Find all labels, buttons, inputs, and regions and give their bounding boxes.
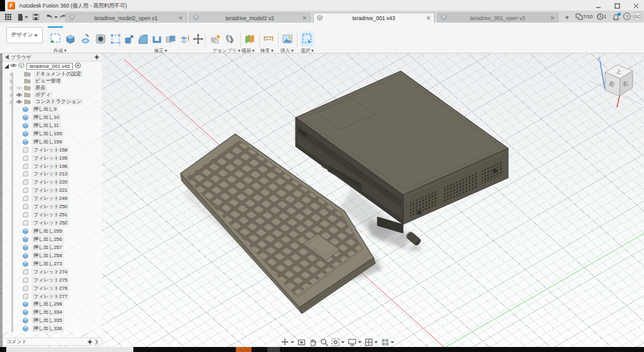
press-pull-icon[interactable]: [122, 31, 136, 47]
feature-row[interactable]: フィレット251: [3, 211, 102, 219]
extension-quota-badge[interactable]: 7/10: [575, 13, 593, 20]
feature-row[interactable]: 押し出し273: [3, 260, 102, 268]
tab-close-icon[interactable]: ✕: [175, 15, 183, 21]
feature-row[interactable]: 押し出し10: [3, 113, 102, 121]
ribbon-tab[interactable]: [108, 23, 123, 28]
browser-tree-row[interactable]: ▷ 原点: [3, 84, 102, 91]
ribbon-tab[interactable]: [63, 23, 78, 28]
undo-icon[interactable]: [45, 13, 58, 21]
browser-tree-row[interactable]: ▷ ビュー管理: [3, 77, 102, 84]
feature-row[interactable]: フィレット275: [3, 276, 102, 284]
viewports-icon[interactable]: [381, 338, 394, 346]
feature-row[interactable]: フィレット250: [3, 202, 102, 211]
display-settings-icon[interactable]: [348, 338, 362, 346]
create-sketch-icon[interactable]: [48, 31, 63, 47]
ribbon-tab[interactable]: [123, 23, 138, 28]
maximize-button[interactable]: [609, 0, 625, 11]
feature-row[interactable]: フィレット158: [3, 146, 102, 154]
browser-tree-row[interactable]: ▷ ボディ: [3, 91, 102, 98]
feature-row[interactable]: フィレット195: [3, 154, 102, 162]
joint-icon[interactable]: [223, 31, 236, 47]
new-component-icon[interactable]: [209, 31, 223, 47]
feature-row[interactable]: フィレット276: [3, 284, 102, 292]
feature-row[interactable]: 押し出し298: [3, 300, 102, 309]
feature-row[interactable]: 押し出し258: [3, 251, 102, 260]
visibility-eye-icon[interactable]: [15, 79, 23, 84]
help-icon[interactable]: ?: [623, 13, 631, 20]
ribbon-tab[interactable]: [78, 23, 93, 28]
move-copy-icon[interactable]: [191, 31, 205, 47]
taskbar-window-segment[interactable]: [6, 347, 133, 352]
shell-icon[interactable]: [150, 31, 164, 47]
minimize-button[interactable]: [590, 0, 606, 11]
root-component-name[interactable]: teradrive_001 v43: [26, 63, 73, 70]
select-icon[interactable]: [301, 31, 314, 47]
feature-row[interactable]: 押し出し9: [3, 105, 102, 113]
visibility-eye-icon[interactable]: [15, 92, 23, 97]
feature-row[interactable]: 押し出し335: [3, 316, 102, 324]
feature-row[interactable]: フィレット221: [3, 186, 102, 194]
tab-close-icon[interactable]: ✕: [547, 15, 555, 21]
feature-row[interactable]: フィレット274: [3, 268, 102, 276]
feature-row[interactable]: 押し出し257: [3, 243, 102, 251]
ribbon-tab[interactable]: [93, 23, 108, 28]
feature-row[interactable]: フィレット220: [3, 178, 102, 186]
feature-row[interactable]: フィレット252: [3, 219, 102, 227]
feature-row[interactable]: 押し出し156: [3, 138, 102, 146]
revolve-icon[interactable]: [78, 31, 93, 47]
comments-bar[interactable]: コメント: [3, 338, 102, 346]
measure-icon[interactable]: [262, 31, 275, 47]
feature-row[interactable]: 押し出し334: [3, 308, 102, 316]
free-orbit-icon[interactable]: [280, 338, 294, 346]
visibility-eye-icon[interactable]: [15, 72, 23, 77]
feature-row[interactable]: フィレット277: [3, 292, 102, 300]
zoom-icon[interactable]: [320, 338, 328, 346]
browser-header[interactable]: ブラウザ: [3, 53, 102, 62]
feature-row[interactable]: 押し出し255: [3, 227, 102, 235]
insert-image-icon[interactable]: [280, 31, 294, 47]
expand-arrow-icon[interactable]: [95, 339, 98, 344]
visibility-eye-icon[interactable]: [10, 63, 17, 69]
tab-close-icon[interactable]: ✕: [299, 15, 307, 21]
file-icon[interactable]: [18, 13, 28, 21]
comment-gear-icon[interactable]: [87, 339, 92, 344]
ribbon-tab[interactable]: [48, 23, 63, 28]
browser-root-component[interactable]: teradrive_001 v43: [3, 62, 102, 70]
offset-face-icon[interactable]: [177, 31, 191, 47]
document-tab[interactable]: teradrive_001_open v3 ✕: [437, 13, 558, 23]
workspace-selector[interactable]: デザイン: [6, 27, 43, 43]
tab-close-icon[interactable]: ✕: [423, 15, 431, 21]
grid-settings-icon[interactable]: [365, 338, 378, 346]
account-avatar[interactable]: GC: [633, 12, 641, 21]
view-cube[interactable]: Z 上 前 右: [590, 55, 643, 113]
3d-viewport[interactable]: Z 上 前 右 ブラウザ: [0, 53, 644, 347]
document-tab[interactable]: teradrive_001 v43 ✕: [313, 13, 435, 23]
hole-icon[interactable]: [93, 31, 108, 47]
pan-icon[interactable]: [309, 338, 317, 346]
fit-icon[interactable]: [331, 338, 345, 346]
extrude-icon[interactable]: [63, 31, 78, 47]
feature-row[interactable]: フィレット213: [3, 170, 102, 179]
activate-radio-icon[interactable]: [75, 62, 81, 70]
feature-row[interactable]: フィレット249: [3, 194, 102, 202]
look-at-icon[interactable]: [297, 338, 306, 346]
feature-row[interactable]: 押し出し155: [3, 129, 102, 138]
job-status-badge[interactable]: 1: [597, 13, 606, 20]
app-grid-icon[interactable]: [5, 13, 11, 21]
feature-row[interactable]: 押し出し256: [3, 235, 102, 243]
browser-tree-row[interactable]: ▷ コンストラクション: [3, 98, 102, 105]
feature-row[interactable]: 押し出し11: [3, 121, 102, 129]
fillet-icon[interactable]: [136, 31, 150, 47]
document-tab[interactable]: teradrive_model2_open v1 ✕: [65, 13, 187, 23]
construction-plane-icon[interactable]: [243, 31, 257, 47]
pattern-icon[interactable]: [108, 31, 123, 47]
feature-row[interactable]: 押し出し336: [3, 324, 102, 333]
feature-row[interactable]: フィレット196: [3, 162, 102, 170]
combine-icon[interactable]: [164, 31, 177, 47]
visibility-eye-icon[interactable]: [15, 85, 23, 91]
new-tab-button[interactable]: +: [565, 13, 569, 22]
panel-gear-icon[interactable]: [94, 55, 99, 60]
taskbar-app-segment[interactable]: [267, 347, 280, 352]
document-tab[interactable]: teradrive_model2 v2 ✕: [189, 13, 311, 23]
close-button[interactable]: [628, 0, 644, 11]
